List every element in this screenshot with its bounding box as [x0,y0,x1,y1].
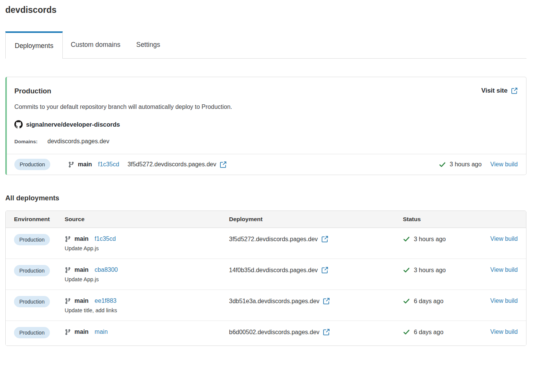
check-icon [403,236,410,243]
git-branch-icon [65,236,71,242]
tab-deployments[interactable]: Deployments [5,31,63,59]
domains-label: Domains: [14,139,38,144]
deployment-url: 3f5d5272.devdiscords.pages.dev [229,236,318,243]
source-branch-line: main cba8300 [65,266,229,273]
view-build-link[interactable]: View build [490,297,518,304]
git-branch-icon [65,329,71,335]
environment-cell: Production [14,297,65,307]
view-build-link[interactable]: View build [490,328,518,335]
deployment-cell: 3f5d5272.devdiscords.pages.dev [229,236,403,243]
external-link-icon[interactable] [323,297,330,305]
production-deployment-row: Production main f1c35cd 3f5d5272.devdisc… [7,154,526,175]
deployment-url: 3f5d5272.devdiscords.pages.dev [127,161,216,168]
branch-name: main [74,266,88,273]
deployment-status: 6 days ago [403,328,485,336]
check-icon [439,161,446,168]
status-time: 6 days ago [414,329,443,336]
actions-cell: View build [485,236,518,242]
table-row: Production main main b6d00502.devdiscord… [6,321,526,346]
external-link-icon[interactable] [220,161,227,168]
view-build-link[interactable]: View build [490,236,518,242]
commit-link[interactable]: main [94,328,108,335]
production-card: Production Visit site Commits to your de… [5,77,526,175]
actions-cell: View build [485,328,518,335]
tab-deployments-label: Deployments [15,42,53,50]
environment-badge: Production [14,265,50,276]
deployment-status: 3 hours ago [403,236,485,243]
production-card-title: Production [14,87,51,95]
source-branch-line: main ee1f883 [65,297,229,304]
external-link-icon [511,87,518,94]
column-header-status: Status [403,216,485,223]
environment-badge: Production [14,234,50,245]
status-time: 3 hours ago [414,236,446,243]
table-row: Production main f1c35cd Update App.js 3f… [6,228,526,259]
column-header-environment: Environment [14,216,65,223]
git-branch-icon [65,298,71,304]
commit-link[interactable]: f1c35cd [94,236,116,242]
environment-cell: Production [14,266,65,276]
domains-row: Domains: devdiscords.pages.dev [14,138,518,145]
deployment-url: 14f0b35d.devdiscords.pages.dev [229,267,318,274]
tab-settings-label: Settings [136,41,160,49]
view-build-link[interactable]: View build [490,266,518,273]
deployments-table-header: Environment Source Deployment Status [6,211,526,228]
column-header-actions [485,216,518,223]
environment-badge: Production [14,327,50,338]
tab-settings[interactable]: Settings [128,31,168,58]
external-link-icon[interactable] [321,266,328,274]
source-cell: main cba8300 Update App.js [65,266,229,282]
table-row: Production main cba8300 Update App.js 14… [6,259,526,290]
commit-message: Update title, add links [65,307,229,313]
tab-bar: Deployments Custom domains Settings [5,31,526,59]
visit-site-link[interactable]: Visit site [481,87,518,95]
external-link-icon[interactable] [321,236,328,243]
view-build-link[interactable]: View build [490,161,518,168]
commit-message: Update App.js [65,276,229,282]
environment-cell: Production [14,159,68,170]
environment-badge: Production [14,296,50,307]
check-icon [403,328,410,336]
page-title: devdiscords [5,5,526,15]
commit-link[interactable]: f1c35cd [98,161,119,168]
production-card-description: Commits to your default repository branc… [14,104,518,110]
production-card-header: Production Visit site [14,87,518,95]
deployment-status: 3 hours ago [439,161,482,168]
source-cell: main f1c35cd Update App.js [65,236,229,251]
environment-badge: Production [14,159,50,170]
commit-link[interactable]: cba8300 [94,266,118,273]
github-icon [14,120,23,129]
status-cell: 3 hours ago [403,266,485,274]
production-card-body: Production Visit site Commits to your de… [7,77,526,154]
deployment-cell: b6d00502.devdiscords.pages.dev [229,328,403,336]
branch-name: main [78,161,92,168]
status-cell: 3 hours ago View build [439,161,518,168]
actions-cell: View build [485,266,518,273]
domains-value: devdiscords.pages.dev [48,138,110,145]
visit-site-label: Visit site [481,87,508,95]
deployment-url: 3db51e3a.devdiscords.pages.dev [229,298,319,305]
status-cell: 6 days ago [403,297,485,305]
repo-link[interactable]: signalnerve/developer-discords [14,120,518,129]
source-cell: main ee1f883 Update title, add links [65,297,229,313]
environment-cell: Production [14,328,65,338]
all-deployments-heading: All deployments [5,194,526,202]
deployment-url: b6d00502.devdiscords.pages.dev [229,329,319,336]
branch-name: main [74,328,88,335]
commit-link[interactable]: ee1f883 [94,297,116,304]
deployment-cell: 14f0b35d.devdiscords.pages.dev [229,266,403,274]
git-branch-icon [68,161,74,168]
status-cell: 6 days ago [403,328,485,336]
tab-custom-domains[interactable]: Custom domains [63,31,128,58]
deployments-table-body: Production main f1c35cd Update App.js 3f… [6,228,526,346]
status-cell: 3 hours ago [403,236,485,243]
commit-message: Update App.js [65,245,229,251]
deployment-status: 3 hours ago [403,266,485,274]
source-cell: main f1c35cd 3f5d5272.devdiscords.pages.… [68,161,227,168]
status-time: 3 hours ago [414,267,446,274]
source-branch-line: main f1c35cd [65,236,229,242]
status-time: 6 days ago [414,298,443,305]
external-link-icon[interactable] [323,328,330,336]
column-header-deployment: Deployment [229,216,403,223]
source-branch-line: main main [65,328,229,335]
